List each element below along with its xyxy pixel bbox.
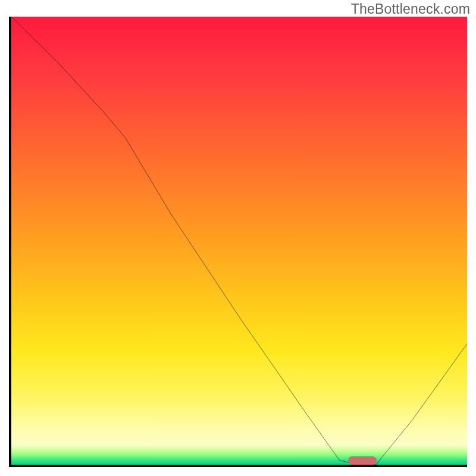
bottleneck-curve bbox=[11, 17, 467, 465]
watermark-text: TheBottleneck.com bbox=[351, 1, 470, 17]
plot-area bbox=[9, 17, 467, 467]
chart-frame: TheBottleneck.com bbox=[0, 0, 476, 476]
optimal-marker bbox=[348, 456, 377, 465]
